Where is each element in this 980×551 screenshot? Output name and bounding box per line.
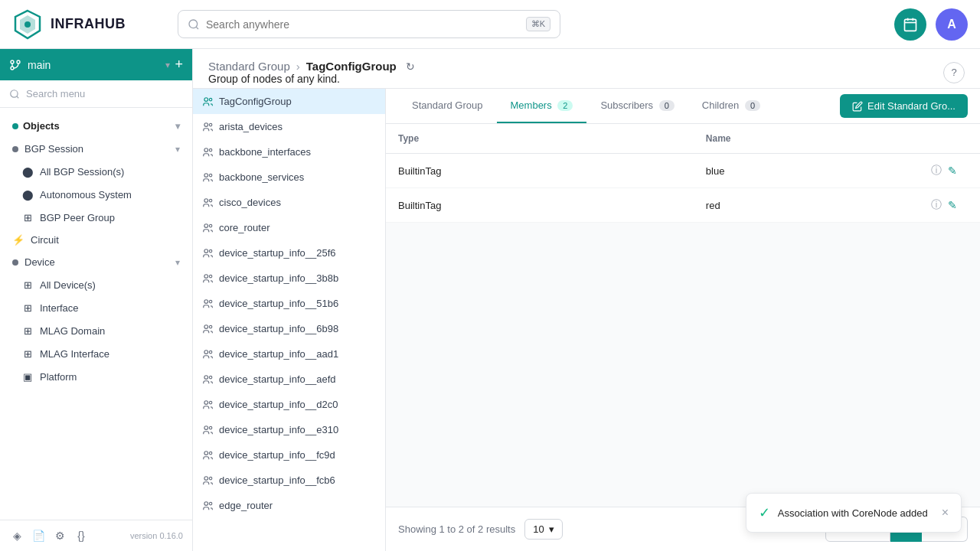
info-icon[interactable]: ⓘ	[931, 164, 942, 178]
group-item-dsi3[interactable]: device_startup_info__51b6	[193, 291, 385, 316]
app-body: main ▾ + Search menu Objects ▾	[0, 49, 980, 551]
group-item-cisco[interactable]: cisco_devices	[193, 190, 385, 215]
svg-point-43	[209, 452, 212, 455]
group-item-dsi7[interactable]: device_startup_info__d2c0	[193, 392, 385, 417]
group-item-dsi6[interactable]: device_startup_info__aefd	[193, 367, 385, 392]
svg-point-47	[209, 502, 212, 505]
group-item-dsi9[interactable]: device_startup_info__fc9d	[193, 442, 385, 468]
group-item-label: device_startup_info__fcb6	[219, 474, 335, 486]
group-item-dsi2[interactable]: device_startup_info__3b8b	[193, 266, 385, 291]
square-icon-platform: ▣	[21, 370, 34, 383]
group-icon	[202, 349, 213, 360]
group-item-label: device_startup_info__51b6	[219, 298, 338, 309]
row-name: blue	[694, 154, 919, 188]
tab-standard-group[interactable]: Standard Group	[398, 89, 497, 123]
nav-item-mlag-interface[interactable]: ⊞ MLAG Interface	[0, 342, 192, 365]
tabs-bar: Standard Group Members 2 Subscribers 0 C…	[386, 89, 980, 124]
breadcrumb-parent[interactable]: Standard Group	[208, 60, 290, 73]
group-item-dsi5[interactable]: device_startup_info__aad1	[193, 341, 385, 367]
group-item-label: backbone_interfaces	[219, 146, 311, 158]
svg-point-25	[209, 224, 212, 227]
help-button[interactable]: ?	[943, 62, 965, 83]
svg-point-14	[204, 97, 208, 101]
main-content: Standard Group › TagConfigGroup ↻ Group …	[193, 49, 980, 551]
tab-children[interactable]: Children 0	[688, 89, 774, 123]
footer-icon-4[interactable]: {}	[74, 528, 89, 543]
table-row: BuiltinTag blue ⓘ ✎	[386, 154, 980, 188]
group-icon	[202, 324, 213, 334]
group-item-label: device_startup_info__6b98	[219, 323, 338, 334]
nav-item-bgp-peer-group[interactable]: ⊞ BGP Peer Group	[0, 206, 192, 229]
group-item-core-router[interactable]: core_router	[193, 215, 385, 240]
group-icon	[202, 374, 213, 385]
group-item-tagconfiggroup[interactable]: TagConfigGroup	[193, 89, 385, 114]
nav-item-all-devices[interactable]: ⊞ All Device(s)	[0, 273, 192, 296]
tab-subscribers-label: Subscribers	[600, 99, 653, 111]
svg-point-11	[17, 60, 20, 64]
group-item-dsi1[interactable]: device_startup_info__25f6	[193, 240, 385, 266]
svg-line-4	[196, 27, 198, 29]
nav-item-mlag-domain[interactable]: ⊞ MLAG Domain	[0, 319, 192, 342]
nav-list: Objects ▾ BGP Session ▾ ⬤ All BGP Sessio…	[0, 108, 192, 520]
search-input[interactable]	[206, 18, 520, 31]
nav-item-circuit[interactable]: ⚡ Circuit	[0, 229, 192, 251]
bgp-peer-group-label: BGP Peer Group	[40, 212, 115, 223]
svg-point-31	[209, 300, 212, 303]
all-devices-label: All Device(s)	[40, 279, 96, 291]
calendar-button[interactable]	[894, 8, 926, 41]
group-item-arista[interactable]: arista_devices	[193, 114, 385, 139]
nav-item-bgpsession-group[interactable]: BGP Session ▾	[0, 138, 192, 160]
group-item-dsi8[interactable]: device_startup_info__e310	[193, 417, 385, 442]
edit-standard-group-button[interactable]: Edit Standard Gro...	[840, 94, 968, 118]
nav-item-device-group[interactable]: Device ▾	[0, 251, 192, 273]
search-bar[interactable]: ⌘K	[178, 10, 560, 38]
topbar: INFRAHUB ⌘K A	[0, 0, 980, 49]
svg-line-13	[17, 96, 19, 98]
group-icon	[202, 197, 213, 208]
toast-notification: ✓ Association with CoreNode added ×	[746, 493, 962, 533]
refresh-icon[interactable]: ↻	[406, 60, 415, 73]
footer-icon-3[interactable]: ⚙	[52, 528, 67, 543]
group-item-label: arista_devices	[219, 121, 283, 132]
tab-members[interactable]: Members 2	[497, 89, 587, 123]
svg-point-22	[204, 198, 208, 202]
row-name: red	[694, 188, 919, 223]
group-item-dsi4[interactable]: device_startup_info__6b98	[193, 316, 385, 341]
svg-point-34	[204, 350, 208, 354]
group-item-label: core_router	[219, 222, 270, 233]
group-item-edge-router[interactable]: edge_router	[193, 493, 385, 518]
toast-close-button[interactable]: ×	[942, 506, 949, 520]
tab-members-badge: 2	[557, 100, 573, 111]
nav-item-autonomous-system[interactable]: ⬤ Autonomous System	[0, 183, 192, 206]
nav-item-all-bgp[interactable]: ⬤ All BGP Session(s)	[0, 160, 192, 183]
version-label: version 0.16.0	[130, 531, 183, 540]
group-item-dsi10[interactable]: device_startup_info__fcb6	[193, 468, 385, 493]
group-item-label: device_startup_info__e310	[219, 424, 338, 435]
info-icon[interactable]: ⓘ	[931, 198, 942, 212]
user-avatar[interactable]: A	[936, 8, 968, 41]
tab-subscribers-badge: 0	[659, 100, 675, 111]
add-branch-button[interactable]: +	[175, 57, 183, 73]
edit-row-icon[interactable]: ✎	[948, 199, 957, 211]
logo-area: INFRAHUB	[12, 9, 165, 40]
branch-selector[interactable]: main ▾ +	[0, 49, 192, 80]
svg-point-21	[209, 174, 212, 177]
group-item-label: cisco_devices	[219, 197, 281, 208]
group-item-backbone-if[interactable]: backbone_interfaces	[193, 139, 385, 165]
page-size-select[interactable]: 10 ▾	[524, 519, 562, 540]
footer-icon-1[interactable]: ◈	[9, 528, 24, 543]
footer-icon-2[interactable]: 📄	[31, 528, 46, 543]
group-item-backbone-svc[interactable]: backbone_services	[193, 165, 385, 190]
objects-section-header[interactable]: Objects ▾	[0, 114, 192, 138]
nav-item-interface[interactable]: ⊞ Interface	[0, 296, 192, 319]
sidebar-search[interactable]: Search menu	[0, 80, 192, 108]
tab-subscribers[interactable]: Subscribers 0	[586, 89, 688, 123]
nav-item-platform[interactable]: ▣ Platform	[0, 365, 192, 388]
group-icon	[202, 298, 213, 309]
content-panels: TagConfigGroup arista_devices backbone_i…	[193, 89, 980, 551]
row-actions: ⓘ ✎	[919, 154, 980, 188]
tab-standard-group-label: Standard Group	[412, 99, 483, 111]
tab-children-badge: 0	[745, 100, 760, 111]
edit-row-icon[interactable]: ✎	[948, 165, 957, 177]
row-type: BuiltinTag	[386, 154, 694, 188]
